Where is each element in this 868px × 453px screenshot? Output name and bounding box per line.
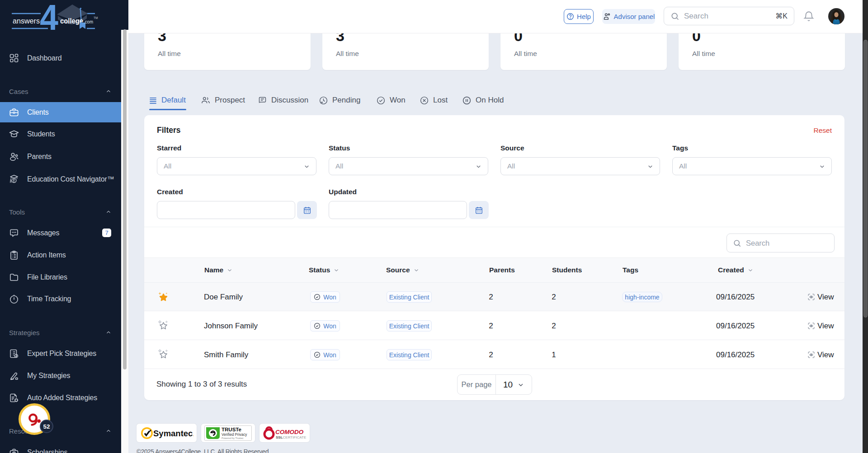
- svg-text:Powered by Trustec: Powered by Trustec: [222, 437, 244, 439]
- svg-text:COMODO: COMODO: [275, 429, 304, 435]
- svg-text:answers: answers: [13, 17, 40, 25]
- svg-text:Symantec.: Symantec.: [153, 429, 193, 438]
- svg-text:TRUSTe: TRUSTe: [222, 427, 241, 432]
- svg-text:Verified Privacy: Verified Privacy: [222, 433, 247, 437]
- svg-text:TM: TM: [94, 16, 98, 19]
- svg-text:4: 4: [40, 0, 58, 30]
- svg-text:SSLCERTIFICATE: SSLCERTIFICATE: [276, 435, 306, 439]
- svg-text:.com: .com: [84, 19, 93, 24]
- svg-text:C: C: [267, 431, 271, 438]
